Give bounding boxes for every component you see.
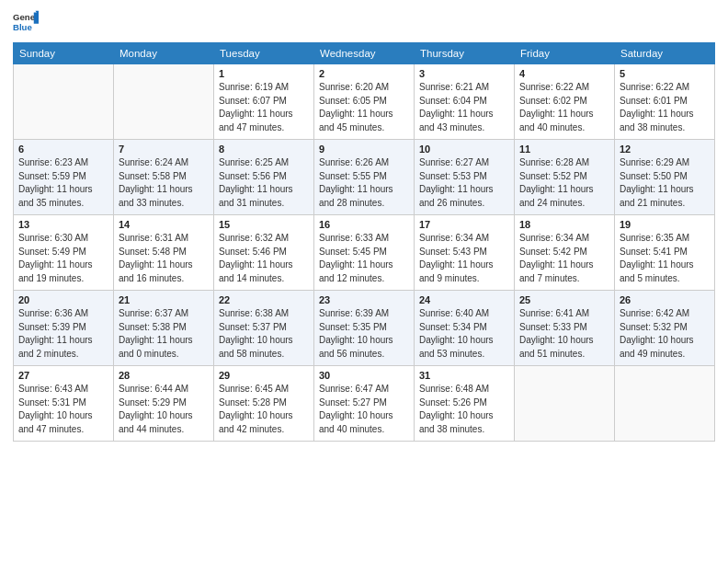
day-info: Sunrise: 6:30 AM Sunset: 5:49 PM Dayligh… [18, 232, 108, 285]
day-info: Sunrise: 6:37 AM Sunset: 5:38 PM Dayligh… [119, 307, 209, 361]
calendar-header-tuesday: Tuesday [214, 43, 314, 64]
calendar-day-cell: 29Sunrise: 6:45 AM Sunset: 5:28 PM Dayli… [214, 366, 314, 442]
calendar-week-row: 27Sunrise: 6:43 AM Sunset: 5:31 PM Dayli… [14, 366, 715, 442]
day-number: 2 [319, 68, 409, 79]
calendar-day-cell: 18Sunrise: 6:34 AM Sunset: 5:42 PM Dayli… [515, 215, 615, 291]
day-info: Sunrise: 6:44 AM Sunset: 5:29 PM Dayligh… [119, 383, 209, 436]
day-info: Sunrise: 6:36 AM Sunset: 5:39 PM Dayligh… [18, 307, 108, 361]
day-info: Sunrise: 6:32 AM Sunset: 5:46 PM Dayligh… [219, 232, 309, 285]
day-info: Sunrise: 6:31 AM Sunset: 5:48 PM Dayligh… [119, 232, 209, 285]
calendar-day-cell: 2Sunrise: 6:20 AM Sunset: 6:05 PM Daylig… [314, 64, 415, 140]
day-number: 9 [319, 144, 409, 155]
day-info: Sunrise: 6:25 AM Sunset: 5:56 PM Dayligh… [219, 156, 309, 210]
calendar-day-cell: 14Sunrise: 6:31 AM Sunset: 5:48 PM Dayli… [114, 215, 214, 291]
day-info: Sunrise: 6:20 AM Sunset: 6:05 PM Dayligh… [319, 81, 409, 134]
calendar-day-cell: 26Sunrise: 6:42 AM Sunset: 5:32 PM Dayli… [615, 291, 715, 366]
day-number: 3 [419, 68, 509, 79]
calendar-day-cell: 27Sunrise: 6:43 AM Sunset: 5:31 PM Dayli… [14, 366, 114, 442]
day-info: Sunrise: 6:41 AM Sunset: 5:33 PM Dayligh… [519, 307, 609, 361]
day-info: Sunrise: 6:22 AM Sunset: 6:01 PM Dayligh… [620, 81, 710, 134]
day-number: 20 [18, 294, 108, 305]
day-info: Sunrise: 6:23 AM Sunset: 5:59 PM Dayligh… [18, 156, 108, 210]
day-info: Sunrise: 6:43 AM Sunset: 5:31 PM Dayligh… [18, 383, 108, 436]
day-info: Sunrise: 6:39 AM Sunset: 5:35 PM Dayligh… [319, 307, 409, 361]
day-info: Sunrise: 6:35 AM Sunset: 5:41 PM Dayligh… [620, 232, 710, 285]
calendar-day-cell: 10Sunrise: 6:27 AM Sunset: 5:53 PM Dayli… [415, 140, 515, 215]
calendar-day-cell: 6Sunrise: 6:23 AM Sunset: 5:59 PM Daylig… [14, 140, 114, 215]
calendar-header-monday: Monday [114, 43, 214, 64]
day-number: 13 [18, 219, 108, 230]
calendar-week-row: 13Sunrise: 6:30 AM Sunset: 5:49 PM Dayli… [14, 215, 715, 291]
day-number: 12 [620, 144, 710, 155]
day-number: 5 [620, 68, 710, 79]
calendar-day-cell: 24Sunrise: 6:40 AM Sunset: 5:34 PM Dayli… [415, 291, 515, 366]
day-info: Sunrise: 6:26 AM Sunset: 5:55 PM Dayligh… [319, 156, 409, 210]
day-number: 27 [18, 370, 108, 381]
calendar-day-cell: 25Sunrise: 6:41 AM Sunset: 5:33 PM Dayli… [515, 291, 615, 366]
calendar-day-cell [14, 64, 114, 140]
day-number: 24 [419, 294, 509, 305]
day-number: 10 [419, 144, 509, 155]
calendar-day-cell: 8Sunrise: 6:25 AM Sunset: 5:56 PM Daylig… [214, 140, 314, 215]
day-number: 16 [319, 219, 409, 230]
day-info: Sunrise: 6:45 AM Sunset: 5:28 PM Dayligh… [219, 383, 309, 436]
day-number: 14 [119, 219, 209, 230]
calendar-day-cell: 30Sunrise: 6:47 AM Sunset: 5:27 PM Dayli… [314, 366, 415, 442]
day-info: Sunrise: 6:48 AM Sunset: 5:26 PM Dayligh… [419, 383, 509, 436]
calendar-day-cell: 12Sunrise: 6:29 AM Sunset: 5:50 PM Dayli… [615, 140, 715, 215]
svg-text:Blue: Blue [13, 22, 32, 32]
day-number: 23 [319, 294, 409, 305]
calendar-week-row: 1Sunrise: 6:19 AM Sunset: 6:07 PM Daylig… [14, 64, 715, 140]
day-number: 21 [119, 294, 209, 305]
day-number: 31 [419, 370, 509, 381]
calendar-day-cell: 4Sunrise: 6:22 AM Sunset: 6:02 PM Daylig… [515, 64, 615, 140]
day-info: Sunrise: 6:29 AM Sunset: 5:50 PM Dayligh… [620, 156, 710, 210]
calendar-day-cell [515, 366, 615, 442]
day-number: 6 [18, 144, 108, 155]
calendar-day-cell: 1Sunrise: 6:19 AM Sunset: 6:07 PM Daylig… [214, 64, 314, 140]
calendar-day-cell: 19Sunrise: 6:35 AM Sunset: 5:41 PM Dayli… [615, 215, 715, 291]
day-info: Sunrise: 6:22 AM Sunset: 6:02 PM Dayligh… [519, 81, 609, 134]
day-info: Sunrise: 6:38 AM Sunset: 5:37 PM Dayligh… [219, 307, 309, 361]
day-number: 19 [620, 219, 710, 230]
calendar-header-wednesday: Wednesday [314, 43, 415, 64]
day-number: 4 [519, 68, 609, 79]
day-info: Sunrise: 6:33 AM Sunset: 5:45 PM Dayligh… [319, 232, 409, 285]
day-number: 25 [519, 294, 609, 305]
calendar-day-cell: 13Sunrise: 6:30 AM Sunset: 5:49 PM Dayli… [14, 215, 114, 291]
day-number: 8 [219, 144, 309, 155]
calendar-day-cell: 31Sunrise: 6:48 AM Sunset: 5:26 PM Dayli… [415, 366, 515, 442]
calendar-week-row: 6Sunrise: 6:23 AM Sunset: 5:59 PM Daylig… [14, 140, 715, 215]
day-number: 18 [519, 219, 609, 230]
calendar-header-saturday: Saturday [615, 43, 715, 64]
day-number: 11 [519, 144, 609, 155]
calendar-week-row: 20Sunrise: 6:36 AM Sunset: 5:39 PM Dayli… [14, 291, 715, 366]
calendar-header-thursday: Thursday [415, 43, 515, 64]
calendar-day-cell: 7Sunrise: 6:24 AM Sunset: 5:58 PM Daylig… [114, 140, 214, 215]
calendar-day-cell [615, 366, 715, 442]
calendar-day-cell: 21Sunrise: 6:37 AM Sunset: 5:38 PM Dayli… [114, 291, 214, 366]
day-info: Sunrise: 6:21 AM Sunset: 6:04 PM Dayligh… [419, 81, 509, 134]
day-info: Sunrise: 6:42 AM Sunset: 5:32 PM Dayligh… [620, 307, 710, 361]
calendar-day-cell: 17Sunrise: 6:34 AM Sunset: 5:43 PM Dayli… [415, 215, 515, 291]
calendar-header-friday: Friday [515, 43, 615, 64]
day-number: 26 [620, 294, 710, 305]
calendar-day-cell: 9Sunrise: 6:26 AM Sunset: 5:55 PM Daylig… [314, 140, 415, 215]
day-info: Sunrise: 6:47 AM Sunset: 5:27 PM Dayligh… [319, 383, 409, 436]
logo-icon: General Blue [13, 9, 39, 35]
day-number: 30 [319, 370, 409, 381]
day-number: 7 [119, 144, 209, 155]
calendar-day-cell: 20Sunrise: 6:36 AM Sunset: 5:39 PM Dayli… [14, 291, 114, 366]
calendar-table: SundayMondayTuesdayWednesdayThursdayFrid… [13, 42, 715, 442]
calendar-day-cell: 5Sunrise: 6:22 AM Sunset: 6:01 PM Daylig… [615, 64, 715, 140]
day-number: 28 [119, 370, 209, 381]
day-number: 17 [419, 219, 509, 230]
page-header: General Blue [13, 9, 715, 35]
calendar-day-cell: 23Sunrise: 6:39 AM Sunset: 5:35 PM Dayli… [314, 291, 415, 366]
day-info: Sunrise: 6:28 AM Sunset: 5:52 PM Dayligh… [519, 156, 609, 210]
calendar-day-cell: 11Sunrise: 6:28 AM Sunset: 5:52 PM Dayli… [515, 140, 615, 215]
day-number: 15 [219, 219, 309, 230]
logo: General Blue [13, 9, 39, 35]
calendar-header-row: SundayMondayTuesdayWednesdayThursdayFrid… [14, 43, 715, 64]
calendar-day-cell: 16Sunrise: 6:33 AM Sunset: 5:45 PM Dayli… [314, 215, 415, 291]
